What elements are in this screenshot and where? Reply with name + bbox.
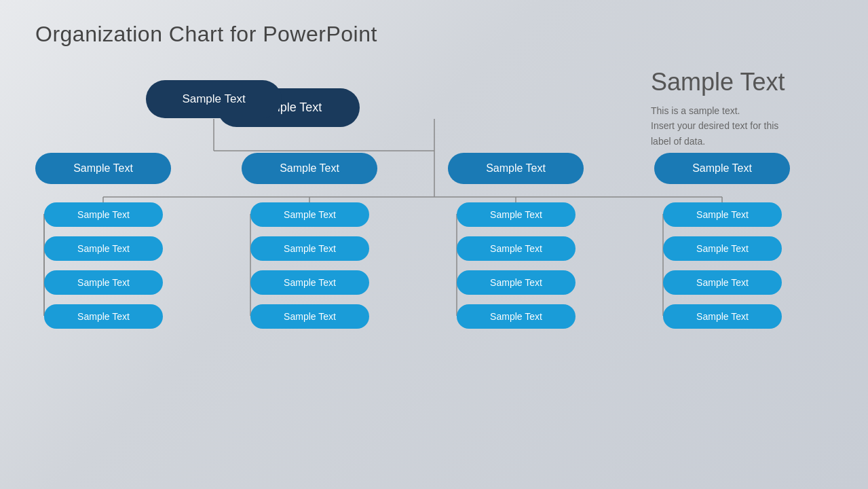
side-text-box: Sample Text This is a sample text.Insert… — [651, 68, 827, 149]
page-title: Organization Chart for PowerPoint — [35, 22, 377, 47]
col-header-2: Sample Text — [242, 153, 377, 184]
col1-item-3: Sample Text — [44, 270, 163, 295]
col4-item-2: Sample Text — [663, 236, 782, 261]
col2-item-2: Sample Text — [250, 236, 369, 261]
col1-item-2: Sample Text — [44, 236, 163, 261]
col-header-1: Sample Text — [35, 153, 171, 184]
col3-item-2: Sample Text — [457, 236, 575, 261]
col2-item-4: Sample Text — [250, 304, 369, 329]
col1-item-4: Sample Text — [44, 304, 163, 329]
side-description: This is a sample text.Insert your desire… — [651, 103, 827, 149]
col4-item-3: Sample Text — [663, 270, 782, 295]
col3-item-1: Sample Text — [457, 202, 575, 227]
col3-item-3: Sample Text — [457, 270, 575, 295]
col-header-4: Sample Text — [654, 153, 790, 184]
col3-item-4: Sample Text — [457, 304, 575, 329]
col4-item-1: Sample Text — [663, 202, 782, 227]
col4-item-4: Sample Text — [663, 304, 782, 329]
col1-item-1: Sample Text — [44, 202, 163, 227]
col2-item-1: Sample Text — [250, 202, 369, 227]
side-title: Sample Text — [651, 68, 827, 96]
col-header-3: Sample Text — [448, 153, 584, 184]
level2-node: Sample Text — [146, 80, 282, 118]
col2-item-3: Sample Text — [250, 270, 369, 295]
